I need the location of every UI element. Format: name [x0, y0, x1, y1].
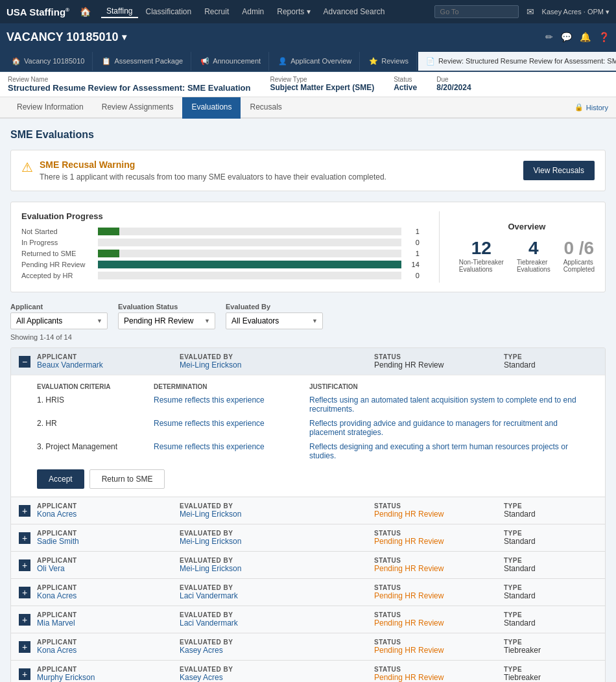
expand-button-2[interactable]: + — [19, 532, 30, 544]
applicant-value-4[interactable]: Kona Acres — [37, 591, 77, 600]
determination-0-2: Resume reflects this experience — [154, 442, 309, 451]
progress-row-accepted: Accepted by HR 0 — [21, 272, 420, 279]
evaluated-by-value-2: Mei-Ling Erickson — [180, 537, 241, 546]
applicant-header-6: APPLICANT — [37, 639, 180, 646]
expand-button-7[interactable]: + — [19, 668, 30, 680]
nav-staffing[interactable]: Staffing — [101, 5, 137, 18]
showing-text: Showing 1-14 of 14 — [10, 333, 606, 341]
review-name-value: Structured Resume Review for Assessment:… — [8, 83, 250, 93]
nav-classification[interactable]: Classification — [141, 6, 197, 18]
sub-tab-review-info[interactable]: Review Information — [8, 97, 93, 119]
evaluated-by-filter-group: Evaluated By All Evaluators — [226, 303, 323, 329]
sub-tab-evaluations[interactable]: Evaluations — [182, 97, 241, 119]
nav-recruit[interactable]: Recruit — [199, 6, 234, 18]
eval-row-1-header: + APPLICANT Kona Acres EVALUATED BY Mei-… — [11, 497, 605, 524]
view-recusals-button[interactable]: View Recusals — [523, 161, 595, 180]
eval-row-6: + APPLICANT Kona Acres EVALUATED BY Kase… — [11, 633, 605, 661]
sub-tab-assignments[interactable]: Review Assignments — [93, 97, 183, 119]
eval-row-7-status: STATUS Pending HR Review — [374, 666, 504, 682]
not-started-bar-container — [98, 228, 401, 235]
status-header: STATUS — [374, 353, 504, 360]
evaluated-by-value-4: Laci Vandermark — [180, 591, 238, 600]
tab-applicant-overview[interactable]: 👤 Applicant Overview — [270, 52, 360, 71]
criteria-name-0-1: 2. HR — [37, 419, 154, 428]
eval-row-0-status: STATUS Pending HR Review — [374, 353, 504, 370]
warning-text: There is 1 applicant with recusals from … — [40, 172, 386, 182]
returned-bar — [98, 250, 119, 257]
home-icon[interactable]: 🏠 — [80, 6, 91, 17]
tab-sme-review[interactable]: 📄 Review: Structured Resume Review for A… — [418, 52, 616, 71]
accept-button-0[interactable]: Accept — [37, 469, 84, 489]
mail-icon[interactable]: ✉ — [527, 6, 534, 17]
status-header-3: STATUS — [374, 557, 504, 564]
applicant-value-3[interactable]: Oli Vera — [37, 564, 65, 573]
return-to-sme-button-0[interactable]: Return to SME — [89, 469, 165, 489]
eval-row-2-header: + APPLICANT Sadie Smith EVALUATED BY Mei… — [11, 524, 605, 551]
applicant-select[interactable]: All Applicants — [10, 312, 108, 329]
overview-section: Overview 12 Non-Tiebreaker Evaluations 4… — [459, 211, 595, 283]
nav-advanced-search[interactable]: Advanced Search — [318, 6, 390, 18]
expand-button-4[interactable]: + — [19, 587, 30, 598]
bell-icon[interactable]: 🔔 — [580, 32, 591, 42]
edit-icon[interactable]: ✏ — [545, 32, 553, 42]
status-value-0: Pending HR Review — [374, 360, 444, 370]
tabs-bar: 🏠 Vacancy 10185010 📋 Assessment Package … — [0, 51, 616, 72]
app-title-sup: ® — [65, 7, 69, 13]
goto-search[interactable] — [434, 5, 519, 18]
tab-assessment-label: Assessment Package — [114, 57, 183, 65]
in-progress-bar-container — [98, 239, 401, 246]
nav-reports[interactable]: Reports ▾ — [272, 6, 315, 18]
applicant-value-2[interactable]: Sadie Smith — [37, 537, 79, 546]
vacancy-dropdown-icon[interactable]: ▾ — [122, 32, 126, 42]
applicant-header-2: APPLICANT — [37, 530, 180, 537]
tab-reviews[interactable]: ⭐ Reviews — [361, 52, 417, 71]
overview-stats: 12 Non-Tiebreaker Evaluations 4 Tiebreak… — [459, 238, 595, 273]
tab-assessment[interactable]: 📋 Assessment Package — [94, 52, 191, 71]
evaluated-by-select[interactable]: All Evaluators — [226, 312, 323, 329]
sub-tab-recusals[interactable]: Recusals — [241, 97, 290, 119]
review-due-field: Due 8/20/2024 — [436, 76, 471, 92]
status-header-5: STATUS — [374, 611, 504, 618]
applicant-header-3: APPLICANT — [37, 557, 180, 564]
applicant-value-5[interactable]: Mia Marvel — [37, 618, 75, 628]
nav-admin[interactable]: Admin — [237, 6, 269, 18]
history-link[interactable]: 🔒 History — [575, 103, 608, 112]
expand-button-1[interactable]: + — [19, 505, 30, 517]
type-value-3: Standard — [504, 564, 536, 573]
overview-container: Overview 12 Non-Tiebreaker Evaluations 4… — [459, 222, 595, 273]
tab-vacancy-icon: 🏠 — [12, 57, 21, 65]
vacancy-title[interactable]: VACANCY 10185010 ▾ — [6, 30, 126, 44]
review-type-value: Subject Matter Expert (SME) — [270, 83, 374, 92]
eval-row-4-evaluated: EVALUATED BY Laci Vandermark — [180, 584, 374, 600]
review-due-label: Due — [436, 76, 471, 83]
criteria-name-0-2: 3. Project Management — [37, 442, 154, 451]
collapse-button-0[interactable]: − — [19, 356, 30, 368]
expand-button-5[interactable]: + — [19, 614, 30, 626]
user-info[interactable]: Kasey Acres · OPM ▾ — [542, 8, 610, 16]
applicant-value-1[interactable]: Kona Acres — [37, 510, 77, 519]
evaluated-by-header-4: EVALUATED BY — [180, 584, 374, 591]
returned-bar-container — [98, 250, 401, 257]
tab-announcement[interactable]: 📢 Announcement — [193, 52, 269, 71]
status-header-1: STATUS — [374, 502, 504, 510]
evaluated-by-value-5: Laci Vandermark — [180, 618, 238, 628]
expand-button-6[interactable]: + — [19, 641, 30, 653]
eval-row-2-type: TYPE Standard — [504, 530, 597, 546]
applicant-value-0[interactable]: Beaux Vandermark — [37, 360, 103, 370]
review-type-field: Review Type Subject Matter Expert (SME) — [270, 76, 374, 92]
tab-reviews-label: Reviews — [381, 57, 409, 65]
eval-status-select[interactable]: Pending HR Review — [118, 312, 215, 329]
help-icon[interactable]: ❓ — [598, 32, 610, 42]
type-value-4: Standard — [504, 591, 536, 600]
applicant-header-5: APPLICANT — [37, 611, 180, 618]
warning-content: SME Recusal Warning There is 1 applicant… — [40, 159, 386, 182]
progress-row-returned: Returned to SME 1 — [21, 250, 420, 257]
tab-announcement-label: Announcement — [213, 57, 261, 65]
chat-icon[interactable]: 💬 — [561, 32, 572, 42]
expand-button-3[interactable]: + — [19, 559, 30, 571]
tab-reviews-icon: ⭐ — [369, 57, 378, 65]
applicant-value-6[interactable]: Kona Acres — [37, 646, 77, 655]
tab-vacancy[interactable]: 🏠 Vacancy 10185010 — [4, 52, 93, 71]
applicant-value-7[interactable]: Murphy Erickson — [37, 673, 95, 682]
nav-left: USA Staffing® 🏠 Staffing Classification … — [6, 5, 390, 18]
